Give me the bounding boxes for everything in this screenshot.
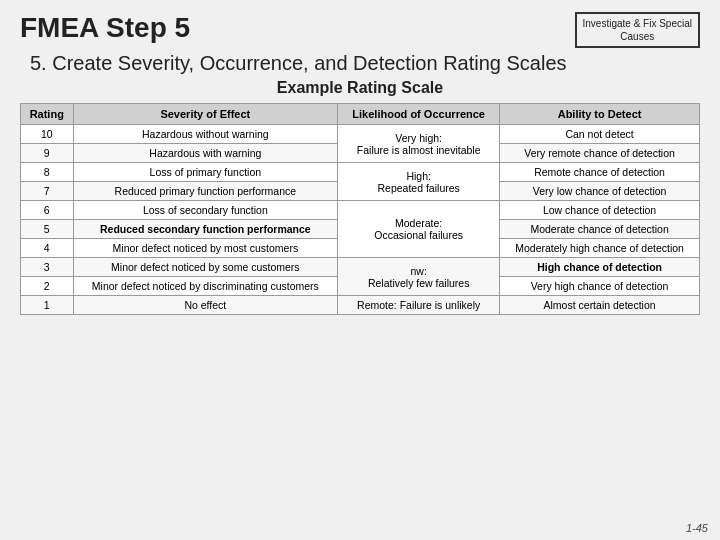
cell-severity: No effect (73, 296, 338, 315)
cell-detection: Moderate chance of detection (500, 220, 700, 239)
table-row: 1 No effect Remote: Failure is unlikely … (21, 296, 700, 315)
cell-occurrence: nw:Relatively few failures (338, 258, 500, 296)
cell-detection: Moderately high chance of detection (500, 239, 700, 258)
cell-severity: Minor defect noticed by discriminating c… (73, 277, 338, 296)
cell-detection: Low chance of detection (500, 201, 700, 220)
rating-table: Rating Severity of Effect Likelihood of … (20, 103, 700, 315)
badge-line1: Investigate & Fix Special (583, 18, 693, 29)
col-header-rating: Rating (21, 104, 74, 125)
cell-rating: 1 (21, 296, 74, 315)
cell-detection: High chance of detection (500, 258, 700, 277)
table-row: 3 Minor defect noticed by some customers… (21, 258, 700, 277)
header-row: FMEA Step 5 Investigate & Fix Special Ca… (20, 12, 700, 48)
cell-rating: 4 (21, 239, 74, 258)
cell-severity: Loss of secondary function (73, 201, 338, 220)
slide-title: FMEA Step 5 (20, 12, 190, 44)
table-row: 6 Loss of secondary function Moderate:Oc… (21, 201, 700, 220)
table-row: 8 Loss of primary function High:Repeated… (21, 163, 700, 182)
cell-rating: 7 (21, 182, 74, 201)
cell-rating: 10 (21, 125, 74, 144)
section-title: Example Rating Scale (20, 79, 700, 97)
cell-severity: Reduced primary function performance (73, 182, 338, 201)
cell-detection: Very remote chance of detection (500, 144, 700, 163)
col-header-occurrence: Likelihood of Occurrence (338, 104, 500, 125)
cell-severity: Loss of primary function (73, 163, 338, 182)
cell-rating: 3 (21, 258, 74, 277)
table-row: 10 Hazardous without warning Very high:F… (21, 125, 700, 144)
cell-occurrence: Very high:Failure is almost inevitable (338, 125, 500, 163)
cell-detection: Almost certain detection (500, 296, 700, 315)
col-header-severity: Severity of Effect (73, 104, 338, 125)
cell-occurrence: Moderate:Occasional failures (338, 201, 500, 258)
col-header-detection: Ability to Detect (500, 104, 700, 125)
subtitle: 5. Create Severity, Occurrence, and Dete… (20, 52, 700, 75)
cell-rating: 5 (21, 220, 74, 239)
cell-severity: Hazardous without warning (73, 125, 338, 144)
cell-severity: Hazardous with warning (73, 144, 338, 163)
cell-occurrence: Remote: Failure is unlikely (338, 296, 500, 315)
slide: FMEA Step 5 Investigate & Fix Special Ca… (0, 0, 720, 540)
badge: Investigate & Fix Special Causes (575, 12, 701, 48)
cell-detection: Very low chance of detection (500, 182, 700, 201)
cell-occurrence: High:Repeated failures (338, 163, 500, 201)
cell-rating: 9 (21, 144, 74, 163)
cell-rating: 2 (21, 277, 74, 296)
cell-detection: Very high chance of detection (500, 277, 700, 296)
cell-detection: Can not detect (500, 125, 700, 144)
cell-rating: 6 (21, 201, 74, 220)
cell-severity: Reduced secondary function performance (73, 220, 338, 239)
cell-severity: Minor defect noticed by most customers (73, 239, 338, 258)
cell-severity: Minor defect noticed by some customers (73, 258, 338, 277)
cell-rating: 8 (21, 163, 74, 182)
badge-line2: Causes (620, 31, 654, 42)
cell-detection: Remote chance of detection (500, 163, 700, 182)
page-number: 1-45 (686, 522, 708, 534)
